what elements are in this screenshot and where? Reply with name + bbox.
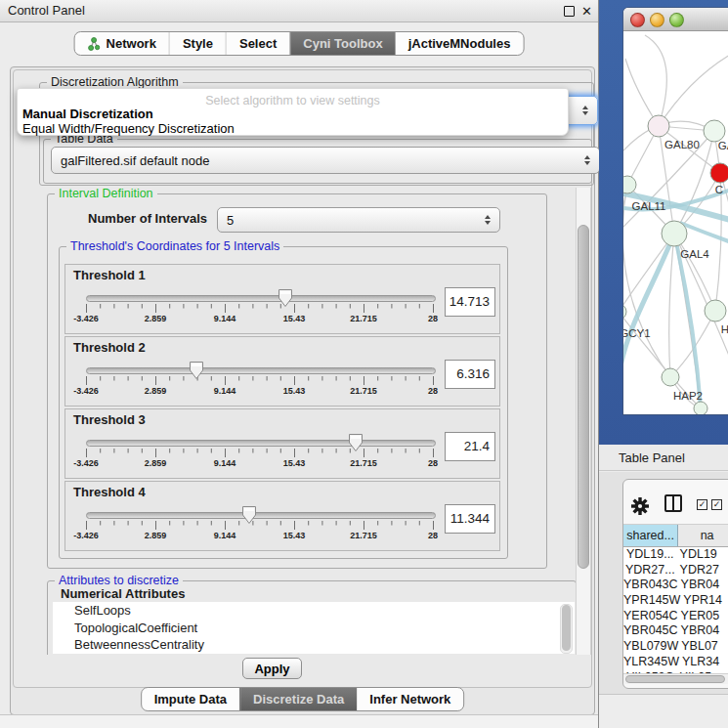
scrollbar-thumb[interactable] <box>625 675 725 683</box>
table-cell[interactable]: YER054C <box>623 609 678 624</box>
tab-network[interactable]: Network <box>75 32 169 55</box>
table-panel-card: ✓ ✓ shared...na YDL19...YDL19YDR27...YDR… <box>622 479 728 689</box>
table-cell[interactable]: YDR27 <box>677 563 728 578</box>
table-cell[interactable]: YLR345W <box>623 655 679 670</box>
network-node-gal11[interactable] <box>623 176 636 193</box>
numerical-attributes-list: SelfLoopsTopologicalCoefficientBetweenne… <box>53 602 575 654</box>
minimize-traffic-light-icon[interactable] <box>650 13 664 27</box>
table-cell[interactable]: YBL079W <box>623 639 678 655</box>
table-cell[interactable]: YPR145W <box>623 593 680 609</box>
tab-impute-data[interactable]: Impute Data <box>142 688 239 710</box>
slider-track[interactable] <box>86 440 436 447</box>
control-panel-title: Control Panel <box>0 3 85 18</box>
table-cell[interactable]: YBL07 <box>678 639 728 655</box>
close-traffic-light-icon[interactable] <box>630 13 645 27</box>
table-hscrollbar[interactable] <box>623 673 728 684</box>
spinner-arrows-icon <box>582 106 588 115</box>
table-row[interactable]: YPR145WYPR14 <box>623 593 728 609</box>
threshold-title: Threshold 3 <box>73 412 146 427</box>
num-intervals-combo[interactable]: 5 <box>217 207 500 233</box>
table-cell[interactable]: YDL19 <box>677 547 728 563</box>
control-panel: Control Panel ✕ NetworkStyleSelectCyni T… <box>0 0 599 728</box>
slider-tick-label: 28 <box>428 458 438 468</box>
tab-style[interactable]: Style <box>169 32 226 55</box>
tab-label: Select <box>239 36 277 51</box>
table-row[interactable]: YBL079WYBL07 <box>623 639 728 655</box>
slider-track[interactable] <box>86 367 436 374</box>
network-edge <box>625 59 659 126</box>
list-item-betweennesscentrality[interactable]: BetweennessCentrality <box>53 636 575 654</box>
table-row[interactable]: YBR045CYBR04 <box>623 623 728 639</box>
slider-tick-label: 15.43 <box>283 314 306 323</box>
slider-track[interactable] <box>86 512 436 519</box>
slider-track[interactable] <box>86 295 436 302</box>
network-window-titlebar[interactable] <box>623 8 728 31</box>
table-row[interactable]: YLR345WYLR34 <box>623 655 728 670</box>
tab-select[interactable]: Select <box>226 32 289 55</box>
network-node-h[interactable] <box>705 300 726 321</box>
tab-label: Style <box>183 36 213 51</box>
tab-infer-network[interactable]: Infer Network <box>357 688 463 710</box>
close-icon[interactable]: ✕ <box>581 5 592 18</box>
network-node-gal80[interactable] <box>648 115 669 137</box>
table-header: shared...na <box>623 525 728 547</box>
list-item-topologicalcoefficient[interactable]: TopologicalCoefficient <box>53 620 575 637</box>
table-row[interactable]: YBR043CYBR04 <box>623 578 728 593</box>
table-cell[interactable]: YBR043C <box>623 578 678 593</box>
table-row[interactable]: YDL19...YDL19 <box>623 547 728 563</box>
list-item-selfloops[interactable]: SelfLoops <box>53 602 575 620</box>
checkbox-icon[interactable]: ✓ <box>697 499 707 510</box>
column-header-1[interactable]: shared... <box>623 525 678 546</box>
scrollbar-thumb[interactable] <box>562 605 571 651</box>
network-canvas[interactable]: GAL80GACGAL11GAL4GCY1HHAP2 <box>623 31 728 414</box>
network-node-c[interactable] <box>710 163 728 183</box>
panel-scrollbar[interactable] <box>576 188 591 655</box>
threshold-row-1: Threshold 1-3.4262.8599.14415.4321.71528… <box>64 264 500 334</box>
slider-thumb[interactable] <box>348 433 364 452</box>
float-window-icon[interactable] <box>564 6 575 17</box>
table-cell[interactable]: YBR04 <box>678 623 728 639</box>
slider-thumb[interactable] <box>278 288 293 308</box>
group-title-discretization-algorithm: Discretization Algorithm <box>47 75 183 89</box>
network-node-ga[interactable] <box>704 120 725 142</box>
table-cell[interactable]: YBR045C <box>623 623 678 639</box>
menu-item-equal-width-frequency-discretization[interactable]: Equal Width/Frequency Discretization <box>18 121 568 136</box>
table-data-combo[interactable]: galFiltered.sif default node <box>51 147 600 174</box>
network-node[interactable] <box>694 402 707 414</box>
slider-ticks <box>85 449 435 459</box>
slider-tick-label: 15.43 <box>283 458 306 468</box>
checkbox-icon[interactable]: ✓ <box>711 499 722 510</box>
network-node-hap2[interactable] <box>662 368 679 386</box>
threshold-value-input[interactable]: 21.4 <box>445 432 495 461</box>
tab-discretize-data[interactable]: Discretize Data <box>239 688 357 710</box>
network-edge <box>659 51 728 126</box>
menu-item-manual-discretization[interactable]: Manual Discretization <box>18 107 568 121</box>
column-header-2[interactable]: na <box>678 525 728 546</box>
zoom-traffic-light-icon[interactable] <box>669 13 684 27</box>
table-cell[interactable]: YBR04 <box>678 578 728 593</box>
slider-thumb[interactable] <box>189 361 204 380</box>
table-cell[interactable]: YPR14 <box>680 593 728 609</box>
list-scrollbar[interactable] <box>560 604 573 654</box>
tab-jactivemnodules[interactable]: jActiveMNodules <box>396 32 524 55</box>
table-cell[interactable]: YDL19... <box>623 547 677 563</box>
threshold-value-input[interactable]: 11.344 <box>445 504 495 534</box>
threshold-value-input[interactable]: 6.316 <box>445 360 495 389</box>
table-cell[interactable]: YLR34 <box>679 655 728 670</box>
split-columns-icon[interactable] <box>664 494 682 512</box>
table-row[interactable]: YER054CYER05 <box>623 609 728 624</box>
table-toolbar: ✓ ✓ <box>623 480 728 525</box>
apply-button[interactable]: Apply <box>242 658 302 679</box>
num-intervals-label: Number of Intervals <box>88 211 207 226</box>
table-cell[interactable]: YER05 <box>678 609 728 624</box>
threshold-value-input[interactable]: 14.713 <box>445 287 495 317</box>
scrollbar-thumb[interactable] <box>578 225 589 569</box>
slider-tick-label: 21.715 <box>350 531 377 540</box>
network-node-gcy1[interactable] <box>623 304 626 320</box>
table-cell[interactable]: YDR27... <box>623 563 677 578</box>
tab-cyni-toolbox[interactable]: Cyni Toolbox <box>289 32 395 55</box>
slider-thumb[interactable] <box>241 505 257 525</box>
table-row[interactable]: YDR27...YDR27 <box>623 563 728 578</box>
network-node-gal4[interactable] <box>662 221 687 246</box>
gear-icon[interactable] <box>631 497 649 515</box>
